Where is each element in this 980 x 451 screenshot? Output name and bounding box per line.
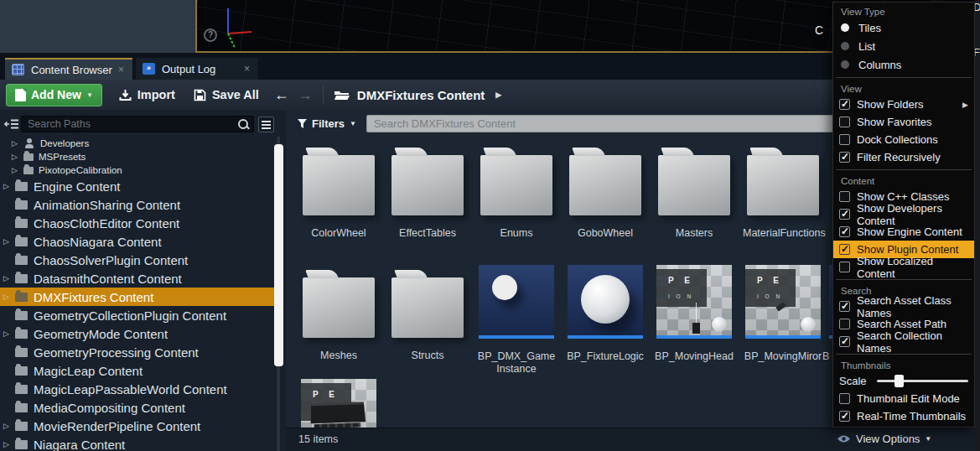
radio-unselected-icon[interactable]: [841, 60, 849, 69]
folder-tile-meshes[interactable]: Meshes: [300, 265, 377, 362]
checkbox-checked-icon[interactable]: [839, 301, 850, 312]
tree-item-geometrymode-content[interactable]: ▷GeometryMode Content: [0, 324, 274, 343]
tree-item-geometryprocessing-content[interactable]: GeometryProcessing Content: [0, 343, 274, 361]
tab-content-browser[interactable]: Content Browser ×: [5, 58, 132, 80]
breadcrumb-expand-icon[interactable]: ▶: [495, 91, 501, 99]
tree-item-datasmithcontent-content[interactable]: ▷DatasmithContent Content: [0, 269, 274, 288]
add-new-button[interactable]: Add New ▼: [6, 84, 102, 106]
checkbox-checked-icon[interactable]: [839, 244, 850, 255]
expand-arrow-icon[interactable]: ▷: [3, 293, 14, 301]
menu-item-show-favorites[interactable]: Show Favorites: [833, 113, 974, 131]
menu-item-search-collection-names[interactable]: Search Collection Names: [833, 333, 974, 350]
tree-item-magicleappassableworld-content[interactable]: MagicLeapPassableWorld Content: [0, 380, 274, 398]
expand-arrow-icon[interactable]: ▷: [3, 182, 14, 190]
folder-tile-gobowheel[interactable]: GoboWheel: [567, 143, 644, 240]
tile-label: ColorWheel: [298, 227, 379, 240]
expand-arrow-icon[interactable]: ▷: [12, 139, 23, 148]
checkbox-checked-icon[interactable]: [839, 99, 850, 110]
asset-tile-bp-fixturelogic[interactable]: BP_FixtureLogic: [567, 265, 644, 363]
menu-item-label: Show Engine Content: [857, 226, 962, 238]
tree-item-animationsharing-content[interactable]: AnimationSharing Content: [0, 195, 274, 214]
checkbox-checked-icon[interactable]: [839, 336, 850, 347]
checkbox-unchecked-icon[interactable]: [839, 117, 850, 127]
tree-item-magicleap-content[interactable]: MagicLeap Content: [0, 361, 274, 380]
tree-scrollbar-thumb[interactable]: [274, 144, 283, 366]
menu-item-show-engine-content[interactable]: Show Engine Content: [833, 223, 974, 241]
folder-tile-effecttables[interactable]: EffectTables: [389, 143, 466, 240]
folder-tile-structs[interactable]: Structs: [389, 265, 466, 362]
asset-tile-bp-dmx-game-instance[interactable]: BP_DMX_Game Instance: [478, 265, 555, 376]
tree-item-geometrycollectionplugin-content[interactable]: GeometryCollectionPlugin Content: [0, 306, 274, 324]
menu-item-show-folders[interactable]: Show Folders▶: [833, 96, 974, 113]
folder-tile-colorwheel[interactable]: ColorWheel: [300, 143, 377, 240]
close-icon[interactable]: ×: [118, 64, 124, 75]
asset-tile-bp-movingmiror[interactable]: P EI O NBP_MovingMiror: [744, 265, 822, 363]
radio-selected-icon[interactable]: [841, 23, 849, 32]
forward-button[interactable]: →: [298, 86, 313, 104]
back-button[interactable]: ←: [274, 86, 289, 104]
tree-item-niagara-content[interactable]: ▷Niagara Content: [0, 435, 274, 451]
checkbox-unchecked-icon[interactable]: [839, 393, 850, 404]
checkbox-checked-icon[interactable]: [839, 226, 850, 237]
menu-item-show-localized-content[interactable]: Show Localized Content: [833, 258, 974, 276]
menu-item-show-developers-content[interactable]: Show Developers Content: [833, 205, 974, 223]
expand-arrow-icon[interactable]: ▷: [12, 153, 23, 161]
tree-item-chaosniagara-content[interactable]: ▷ChaosNiagara Content: [0, 232, 274, 251]
tree-item-developers[interactable]: ▷Developers: [0, 137, 274, 150]
import-button[interactable]: Import: [119, 88, 175, 101]
slider-thumb-handle[interactable]: [894, 375, 904, 387]
sphere-graphic: [712, 317, 727, 332]
menu-item-list[interactable]: List: [833, 37, 974, 55]
close-icon[interactable]: ×: [244, 63, 250, 75]
menu-item-tiles[interactable]: Tiles: [833, 18, 974, 37]
view-options-button[interactable]: View Options ▼: [837, 433, 931, 445]
menu-item-thumbnail-edit-mode[interactable]: Thumbnail Edit Mode: [833, 390, 974, 407]
checkbox-unchecked-icon[interactable]: [839, 134, 850, 145]
tree-item-dmxfixtures-content[interactable]: ▷DMXFixtures Content: [0, 288, 274, 306]
save-all-button[interactable]: Save All: [194, 88, 259, 101]
tab-output-log[interactable]: » Output Log ×: [136, 58, 258, 80]
menu-item-scale[interactable]: Scale: [833, 372, 974, 390]
tree-item-mspresets[interactable]: ▷MSPresets: [0, 150, 274, 163]
menu-item-filter-recursively[interactable]: Filter Recursively: [833, 148, 974, 166]
menu-item-real-time-thumbnails[interactable]: Real-Time Thumbnails: [833, 407, 974, 425]
menu-item-label: Columns: [858, 59, 901, 71]
menu-item-columns[interactable]: Columns: [833, 55, 974, 74]
tree-item-mediacompositing-content[interactable]: MediaCompositing Content: [0, 398, 274, 417]
sources-view-button[interactable]: [258, 117, 274, 132]
radio-unselected-icon[interactable]: [841, 42, 849, 50]
tree-item-chaossolverplugin-content[interactable]: ChaosSolverPlugin Content: [0, 251, 274, 269]
expand-arrow-icon[interactable]: ▷: [3, 422, 14, 430]
expand-arrow-icon[interactable]: ▷: [12, 166, 23, 174]
asset-tile-bp-movinghead[interactable]: P EI O NBP_MovingHead: [656, 265, 733, 363]
expand-arrow-icon[interactable]: ▷: [3, 237, 14, 246]
tree-item-engine-content[interactable]: ▷Engine Content: [0, 177, 274, 195]
expand-arrow-icon[interactable]: ▷: [3, 440, 14, 448]
scene-thumbnail: P EI O N: [745, 265, 821, 339]
asset-tile-blank[interactable]: P EI O N: [300, 379, 377, 428]
filters-button[interactable]: Filters ▼: [298, 117, 356, 130]
tree-item-movierenderpipeline-content[interactable]: ▷MovieRenderPipeline Content: [0, 417, 274, 435]
asset-search-input[interactable]: [366, 115, 865, 132]
folder-tile-masters[interactable]: Masters: [656, 143, 733, 240]
folder-tile-enums[interactable]: Enums: [478, 143, 555, 240]
folder-tile-materialfunctions[interactable]: MaterialFunctions: [744, 143, 822, 240]
checkbox-checked-icon[interactable]: [839, 152, 850, 163]
menu-item-dock-collections[interactable]: Dock Collections: [833, 131, 974, 148]
expand-arrow-icon[interactable]: ▷: [3, 329, 14, 338]
watermark-overlay: P EI O N: [656, 269, 707, 307]
menu-item-search-asset-class-names[interactable]: Search Asset Class Names: [833, 298, 974, 315]
checkbox-unchecked-icon[interactable]: [839, 262, 850, 272]
checkbox-unchecked-icon[interactable]: [839, 191, 850, 202]
checkbox-checked-icon[interactable]: [839, 209, 850, 220]
search-paths-input[interactable]: [21, 116, 254, 132]
tree-item-chaosclotheditor-content[interactable]: ChaosClothEditor Content: [0, 214, 274, 232]
checkbox-unchecked-icon[interactable]: [839, 319, 850, 329]
tree-item-pixotopecalibration[interactable]: ▷PixotopeCalibration: [0, 163, 274, 177]
scale-slider[interactable]: [877, 380, 968, 382]
checkbox-checked-icon[interactable]: [839, 411, 850, 422]
collapse-sources-icon[interactable]: [4, 118, 21, 130]
viewport-help-icon[interactable]: ?: [204, 29, 217, 42]
breadcrumb[interactable]: DMXFixtures Content ▶: [334, 88, 501, 102]
expand-arrow-icon[interactable]: ▷: [3, 274, 14, 283]
